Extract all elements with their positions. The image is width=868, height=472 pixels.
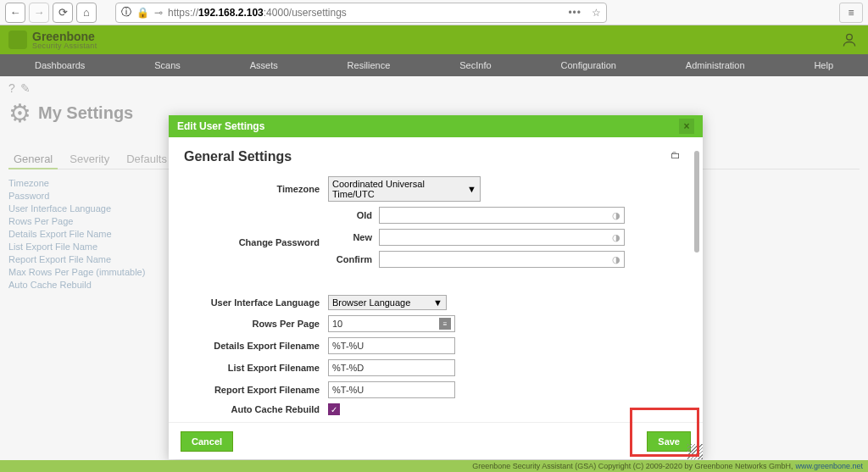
chevron-down-icon: ▼ [467, 184, 476, 194]
reload-button[interactable]: ⟳ [53, 3, 73, 23]
key-icon: ⊸ [154, 7, 163, 19]
details-export-filename-input[interactable]: %T-%U [328, 337, 455, 354]
number-stepper-icon[interactable]: ≡ [439, 318, 451, 330]
timezone-select[interactable]: Coordinated Universal Time/UTC▼ [328, 176, 481, 202]
app-header: Greenbone Security Assistant [0, 25, 868, 54]
ui-language-select[interactable]: Browser Language▼ [328, 295, 447, 310]
home-button[interactable]: ⌂ [76, 3, 97, 23]
profile-icon[interactable] [839, 30, 860, 50]
close-icon[interactable]: × [679, 119, 694, 134]
edit-settings-dialog: Edit User Settings × General Settings 🗀 … [169, 115, 703, 459]
url-bar[interactable]: ⓘ 🔒 ⊸ https://192.168.2.103:4000/userset… [115, 3, 607, 23]
scrollbar[interactable] [694, 151, 699, 253]
browser-toolbar: ← → ⟳ ⌂ ⓘ 🔒 ⊸ https://192.168.2.103:4000… [0, 0, 868, 25]
label-details-fn: Details Export Filename [184, 341, 328, 351]
dialog-title: Edit User Settings [177, 120, 264, 132]
brand-line1: Greenbone [32, 31, 97, 42]
logo[interactable]: Greenbone Security Assistant [8, 31, 97, 50]
footer-text: Greenbone Security Assistant (GSA) Copyr… [472, 462, 793, 470]
bookmark-icon[interactable]: ☆ [592, 7, 601, 19]
rows-per-page-input[interactable]: 10≡ [328, 315, 455, 332]
page-actions[interactable]: ••• [568, 7, 581, 19]
folder-icon[interactable]: 🗀 [670, 149, 681, 161]
label-change-password: Change Password [184, 237, 328, 247]
nav-scans[interactable]: Scans [154, 60, 181, 70]
label-auto-cache: Auto Cache Rebuild [184, 404, 328, 414]
chevron-down-icon: ▼ [433, 297, 442, 308]
label-rows: Rows Per Page [184, 319, 328, 329]
label-new: New [328, 232, 379, 242]
label-old: Old [328, 210, 379, 220]
lock-icon: 🔒 [136, 7, 149, 19]
main-nav: Dashboards Scans Assets Resilience SecIn… [0, 54, 868, 76]
dialog-body: General Settings 🗀 Timezone Coordinated … [169, 137, 703, 422]
nav-help[interactable]: Help [814, 60, 833, 70]
highlight-annotation [630, 408, 699, 457]
label-report-fn: Report Export Filename [184, 385, 328, 395]
reveal-icon[interactable]: ◑ [612, 210, 620, 221]
forward-button[interactable]: → [29, 3, 49, 23]
back-button[interactable]: ← [5, 3, 25, 23]
nav-configuration[interactable]: Configuration [560, 60, 615, 70]
nav-secinfo[interactable]: SecInfo [459, 60, 491, 70]
label-list-fn: List Export Filename [184, 363, 328, 373]
brand-line2: Security Assistant [32, 42, 97, 50]
reveal-icon[interactable]: ◑ [612, 254, 620, 265]
confirm-password-input[interactable]: ◑ [379, 251, 625, 268]
report-export-filename-input[interactable]: %T-%U [328, 381, 455, 398]
url-text: https://192.168.2.103:4000/usersettings [168, 7, 347, 19]
dialog-header: Edit User Settings × [169, 115, 703, 137]
old-password-input[interactable]: ◑ [379, 207, 625, 224]
greenbone-icon [8, 31, 27, 49]
reveal-icon[interactable]: ◑ [612, 232, 620, 243]
footer-link[interactable]: www.greenbone.net [795, 462, 863, 470]
nav-resilience[interactable]: Resilience [348, 60, 391, 70]
info-icon: ⓘ [121, 5, 131, 19]
app-footer: Greenbone Security Assistant (GSA) Copyr… [0, 460, 868, 472]
hamburger-menu[interactable]: ≡ [839, 3, 863, 23]
dialog-footer: Cancel Save [169, 422, 703, 459]
cancel-button[interactable]: Cancel [181, 431, 233, 452]
auto-cache-checkbox[interactable]: ✓ [328, 403, 340, 415]
label-timezone: Timezone [184, 184, 328, 194]
label-confirm: Confirm [328, 254, 379, 264]
new-password-input[interactable]: ◑ [379, 229, 625, 246]
list-export-filename-input[interactable]: %T-%D [328, 359, 455, 376]
nav-assets[interactable]: Assets [250, 60, 278, 70]
label-ui-lang: User Interface Language [184, 297, 328, 308]
nav-dashboards[interactable]: Dashboards [35, 60, 85, 70]
section-heading: General Settings [184, 149, 687, 164]
svg-point-0 [847, 34, 853, 40]
nav-administration[interactable]: Administration [686, 60, 745, 70]
